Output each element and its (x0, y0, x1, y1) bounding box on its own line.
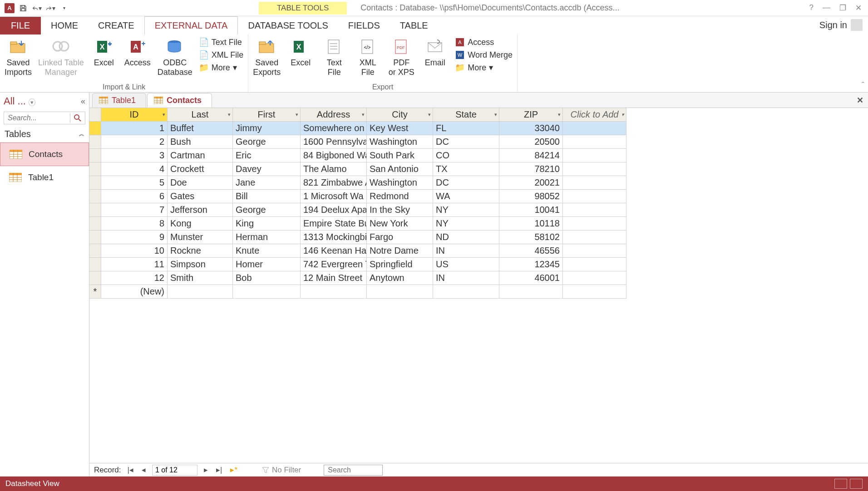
cell-state[interactable]: DC (433, 176, 499, 190)
column-dropdown-icon[interactable]: ▾ (558, 112, 561, 118)
cell-state[interactable]: TX (433, 162, 499, 176)
cell-first[interactable]: Jane (233, 176, 301, 190)
cell-id[interactable]: 4 (101, 162, 168, 176)
cell-id[interactable]: 11 (101, 258, 168, 271)
signin-link[interactable]: Sign in (814, 15, 868, 34)
cell-address[interactable]: 1 Microsoft Wa (301, 190, 367, 203)
cell-city[interactable]: Washington (367, 176, 433, 190)
nav-item-contacts[interactable]: Contacts (0, 142, 89, 166)
cell-last[interactable]: Kong (168, 217, 233, 231)
odbc-database-button[interactable]: ODBCDatabase (158, 37, 192, 82)
tab-create[interactable]: CREATE (88, 17, 144, 34)
cell-last[interactable]: Doe (168, 176, 233, 190)
cell-zip[interactable]: 12345 (499, 258, 563, 271)
tab-home[interactable]: HOME (41, 17, 88, 34)
cell-city[interactable]: South Park (367, 149, 433, 162)
cell-empty[interactable] (563, 122, 626, 135)
cell-empty[interactable] (563, 258, 626, 271)
save-icon[interactable] (18, 3, 28, 13)
help-icon[interactable]: ? (809, 3, 814, 13)
cell-state[interactable]: IN (433, 271, 499, 285)
cell-zip[interactable]: 46001 (499, 271, 563, 285)
cell-empty[interactable] (563, 149, 626, 162)
cell-state[interactable]: NY (433, 217, 499, 231)
first-record-icon[interactable]: |◂ (126, 465, 135, 475)
cell-last[interactable]: Smith (168, 271, 233, 285)
nav-dropdown-icon[interactable]: ▾ (29, 98, 35, 106)
cell-empty[interactable] (563, 190, 626, 203)
nav-collapse-icon[interactable]: « (81, 97, 85, 106)
column-header-zip[interactable]: ZIP▾ (499, 108, 563, 122)
row-selector[interactable] (89, 122, 101, 135)
cell-state[interactable]: WA (433, 190, 499, 203)
tab-fields[interactable]: FIELDS (338, 17, 390, 34)
cell-last[interactable]: Jefferson (168, 203, 233, 217)
cell-new[interactable] (233, 285, 301, 299)
next-record-icon[interactable]: ▸ (202, 465, 210, 475)
column-header-add[interactable]: Click to Add▾ (563, 108, 626, 122)
cell-id[interactable]: 10 (101, 244, 168, 258)
cell-zip[interactable]: 78210 (499, 162, 563, 176)
cell-zip[interactable]: 46556 (499, 244, 563, 258)
close-icon[interactable]: ✕ (855, 3, 862, 13)
row-selector[interactable] (89, 135, 101, 149)
design-view-icon[interactable] (850, 479, 863, 489)
tab-table[interactable]: TABLE (390, 17, 438, 34)
import-access-button[interactable]: A Access (124, 37, 151, 82)
cell-first[interactable]: King (233, 217, 301, 231)
cell-state[interactable]: DC (433, 135, 499, 149)
cell-empty[interactable] (563, 203, 626, 217)
object-tab-table1[interactable]: Table1 (92, 93, 146, 108)
cell-new[interactable] (301, 285, 367, 299)
cell-city[interactable]: Springfield (367, 258, 433, 271)
cell-new-id[interactable]: (New) (101, 285, 168, 299)
select-all-corner[interactable] (89, 108, 101, 122)
cell-id[interactable]: 7 (101, 203, 168, 217)
row-selector[interactable] (89, 271, 101, 285)
export-xml-button[interactable]: </> XMLFile (354, 37, 381, 82)
cell-zip[interactable]: 33040 (499, 122, 563, 135)
cell-last[interactable]: Buffet (168, 122, 233, 135)
cell-city[interactable]: Notre Dame (367, 244, 433, 258)
cell-empty[interactable] (563, 217, 626, 231)
export-more-button[interactable]: 📁More ▾ (455, 63, 513, 73)
column-dropdown-icon[interactable]: ▾ (428, 112, 431, 118)
cell-state[interactable]: NY (433, 203, 499, 217)
column-header-address[interactable]: Address▾ (301, 108, 367, 122)
cell-address[interactable]: 12 Main Street (301, 271, 367, 285)
export-excel-button[interactable]: X Excel (287, 37, 314, 82)
column-header-first[interactable]: First▾ (233, 108, 301, 122)
nav-search-input[interactable] (4, 112, 70, 124)
cell-new[interactable] (499, 285, 563, 299)
cell-state[interactable]: FL (433, 122, 499, 135)
new-row-selector[interactable] (89, 285, 101, 299)
column-dropdown-icon[interactable]: ▾ (494, 112, 497, 118)
cell-city[interactable]: Key West (367, 122, 433, 135)
cell-new[interactable] (367, 285, 433, 299)
import-excel-button[interactable]: X Excel (90, 37, 118, 82)
qat-customize-icon[interactable]: ▾ (59, 3, 69, 13)
minimize-icon[interactable]: — (823, 3, 830, 13)
cell-first[interactable]: Bill (233, 190, 301, 203)
cell-first[interactable]: George (233, 135, 301, 149)
cell-empty[interactable] (563, 231, 626, 244)
cell-zip[interactable]: 58102 (499, 231, 563, 244)
export-access-button[interactable]: AAccess (455, 37, 513, 47)
cell-id[interactable]: 2 (101, 135, 168, 149)
cell-zip[interactable]: 84214 (499, 149, 563, 162)
export-pdf-button[interactable]: PDF PDFor XPS (388, 37, 415, 82)
cell-empty[interactable] (563, 176, 626, 190)
search-icon[interactable] (70, 113, 85, 123)
close-object-icon[interactable]: ✕ (857, 95, 863, 105)
nav-category-tables[interactable]: Tables ︽ (0, 126, 89, 142)
cell-city[interactable]: In the Sky (367, 203, 433, 217)
cell-address[interactable]: 194 Deelux Apa (301, 203, 367, 217)
cell-new[interactable] (168, 285, 233, 299)
column-header-last[interactable]: Last▾ (168, 108, 233, 122)
cell-state[interactable]: CO (433, 149, 499, 162)
column-header-state[interactable]: State▾ (433, 108, 499, 122)
cell-first[interactable]: Eric (233, 149, 301, 162)
tab-file[interactable]: FILE (0, 17, 41, 34)
collapse-ribbon-icon[interactable]: ˆ (862, 81, 864, 90)
row-selector[interactable] (89, 258, 101, 271)
